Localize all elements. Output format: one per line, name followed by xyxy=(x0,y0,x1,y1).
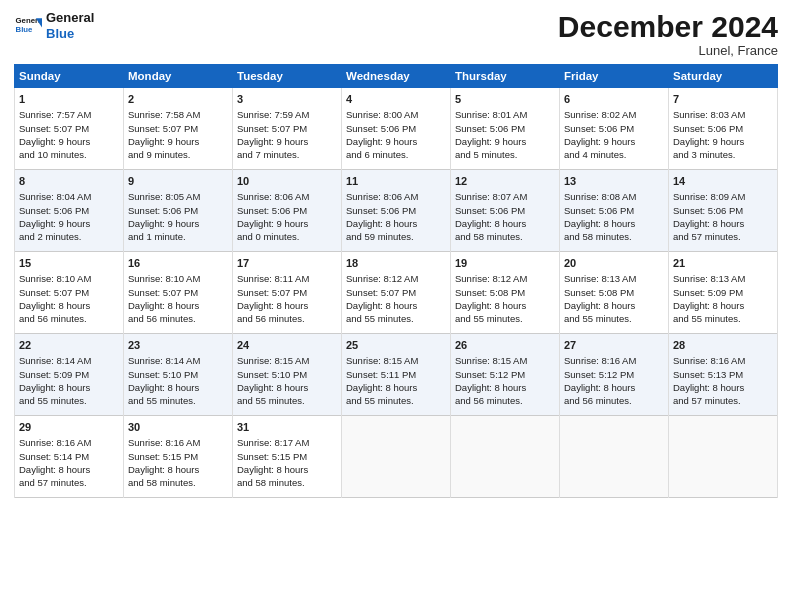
day-number: 2 xyxy=(128,92,228,107)
logo: General Blue General Blue xyxy=(14,10,94,41)
table-cell: 24Sunrise: 8:15 AMSunset: 5:10 PMDayligh… xyxy=(233,334,342,416)
day-info: Sunset: 5:10 PM xyxy=(128,368,228,381)
table-cell: 8Sunrise: 8:04 AMSunset: 5:06 PMDaylight… xyxy=(15,170,124,252)
day-info: Daylight: 9 hours xyxy=(19,135,119,148)
day-info: Daylight: 8 hours xyxy=(455,381,555,394)
day-info: and 2 minutes. xyxy=(19,230,119,243)
table-cell: 6Sunrise: 8:02 AMSunset: 5:06 PMDaylight… xyxy=(560,88,669,170)
table-row: 1Sunrise: 7:57 AMSunset: 5:07 PMDaylight… xyxy=(15,88,778,170)
day-info: Sunrise: 8:13 AM xyxy=(673,272,773,285)
day-number: 6 xyxy=(564,92,664,107)
calendar-page: General Blue General Blue December 2024 … xyxy=(0,0,792,612)
day-number: 24 xyxy=(237,338,337,353)
day-info: Daylight: 8 hours xyxy=(128,381,228,394)
table-cell xyxy=(560,416,669,498)
day-info: Sunset: 5:07 PM xyxy=(237,286,337,299)
day-info: and 57 minutes. xyxy=(19,476,119,489)
day-number: 19 xyxy=(455,256,555,271)
day-number: 9 xyxy=(128,174,228,189)
day-number: 18 xyxy=(346,256,446,271)
day-number: 7 xyxy=(673,92,773,107)
day-info: and 4 minutes. xyxy=(564,148,664,161)
day-number: 31 xyxy=(237,420,337,435)
day-info: Daylight: 9 hours xyxy=(128,135,228,148)
day-info: and 56 minutes. xyxy=(455,394,555,407)
day-info: Sunrise: 8:02 AM xyxy=(564,108,664,121)
day-info: Sunrise: 8:16 AM xyxy=(673,354,773,367)
table-cell: 17Sunrise: 8:11 AMSunset: 5:07 PMDayligh… xyxy=(233,252,342,334)
table-cell: 12Sunrise: 8:07 AMSunset: 5:06 PMDayligh… xyxy=(451,170,560,252)
day-info: Sunset: 5:15 PM xyxy=(128,450,228,463)
day-info: and 6 minutes. xyxy=(346,148,446,161)
day-info: Sunrise: 8:09 AM xyxy=(673,190,773,203)
day-number: 16 xyxy=(128,256,228,271)
day-info: Sunset: 5:15 PM xyxy=(237,450,337,463)
day-info: Sunrise: 8:03 AM xyxy=(673,108,773,121)
table-cell: 21Sunrise: 8:13 AMSunset: 5:09 PMDayligh… xyxy=(669,252,778,334)
day-info: Sunrise: 8:16 AM xyxy=(19,436,119,449)
day-info: Sunset: 5:06 PM xyxy=(19,204,119,217)
day-info: Sunrise: 8:15 AM xyxy=(237,354,337,367)
day-info: Sunrise: 8:16 AM xyxy=(128,436,228,449)
table-cell: 11Sunrise: 8:06 AMSunset: 5:06 PMDayligh… xyxy=(342,170,451,252)
table-cell: 16Sunrise: 8:10 AMSunset: 5:07 PMDayligh… xyxy=(124,252,233,334)
logo-general: General xyxy=(46,10,94,26)
day-info: and 58 minutes. xyxy=(237,476,337,489)
day-info: and 55 minutes. xyxy=(455,312,555,325)
day-info: Daylight: 9 hours xyxy=(128,217,228,230)
day-info: Sunrise: 8:12 AM xyxy=(455,272,555,285)
day-info: Daylight: 8 hours xyxy=(128,299,228,312)
day-info: Sunset: 5:06 PM xyxy=(673,204,773,217)
day-info: Sunset: 5:06 PM xyxy=(564,122,664,135)
day-number: 13 xyxy=(564,174,664,189)
day-info: Daylight: 8 hours xyxy=(237,463,337,476)
day-info: and 55 minutes. xyxy=(346,394,446,407)
day-info: Sunset: 5:08 PM xyxy=(564,286,664,299)
day-info: Sunset: 5:06 PM xyxy=(346,204,446,217)
day-number: 12 xyxy=(455,174,555,189)
table-header: SundayMondayTuesdayWednesdayThursdayFrid… xyxy=(15,65,778,88)
table-cell: 13Sunrise: 8:08 AMSunset: 5:06 PMDayligh… xyxy=(560,170,669,252)
calendar-table: SundayMondayTuesdayWednesdayThursdayFrid… xyxy=(14,64,778,498)
day-info: and 1 minute. xyxy=(128,230,228,243)
day-info: Sunset: 5:06 PM xyxy=(455,204,555,217)
header-cell-saturday: Saturday xyxy=(669,65,778,88)
logo-icon: General Blue xyxy=(14,12,42,40)
day-info: Sunrise: 8:04 AM xyxy=(19,190,119,203)
day-info: Daylight: 8 hours xyxy=(19,381,119,394)
table-cell: 31Sunrise: 8:17 AMSunset: 5:15 PMDayligh… xyxy=(233,416,342,498)
table-cell xyxy=(342,416,451,498)
day-number: 30 xyxy=(128,420,228,435)
day-info: and 59 minutes. xyxy=(346,230,446,243)
day-info: and 55 minutes. xyxy=(128,394,228,407)
day-info: Daylight: 8 hours xyxy=(346,299,446,312)
table-cell: 22Sunrise: 8:14 AMSunset: 5:09 PMDayligh… xyxy=(15,334,124,416)
month-title: December 2024 xyxy=(558,10,778,43)
day-info: and 7 minutes. xyxy=(237,148,337,161)
day-info: Daylight: 8 hours xyxy=(346,217,446,230)
day-info: and 57 minutes. xyxy=(673,230,773,243)
table-cell: 1Sunrise: 7:57 AMSunset: 5:07 PMDaylight… xyxy=(15,88,124,170)
day-info: and 58 minutes. xyxy=(564,230,664,243)
day-info: Sunrise: 8:13 AM xyxy=(564,272,664,285)
table-row: 22Sunrise: 8:14 AMSunset: 5:09 PMDayligh… xyxy=(15,334,778,416)
day-info: Daylight: 9 hours xyxy=(564,135,664,148)
day-info: Daylight: 8 hours xyxy=(455,217,555,230)
day-number: 22 xyxy=(19,338,119,353)
day-info: and 56 minutes. xyxy=(564,394,664,407)
day-info: and 58 minutes. xyxy=(128,476,228,489)
day-info: Sunrise: 8:05 AM xyxy=(128,190,228,203)
header-cell-friday: Friday xyxy=(560,65,669,88)
day-info: and 55 minutes. xyxy=(564,312,664,325)
day-info: Sunrise: 8:07 AM xyxy=(455,190,555,203)
day-info: Daylight: 9 hours xyxy=(237,217,337,230)
day-info: Sunrise: 8:14 AM xyxy=(128,354,228,367)
day-info: Sunrise: 8:01 AM xyxy=(455,108,555,121)
table-cell: 4Sunrise: 8:00 AMSunset: 5:06 PMDaylight… xyxy=(342,88,451,170)
table-cell xyxy=(451,416,560,498)
day-number: 20 xyxy=(564,256,664,271)
day-number: 10 xyxy=(237,174,337,189)
table-cell: 2Sunrise: 7:58 AMSunset: 5:07 PMDaylight… xyxy=(124,88,233,170)
table-cell: 9Sunrise: 8:05 AMSunset: 5:06 PMDaylight… xyxy=(124,170,233,252)
day-info: Sunrise: 8:06 AM xyxy=(237,190,337,203)
